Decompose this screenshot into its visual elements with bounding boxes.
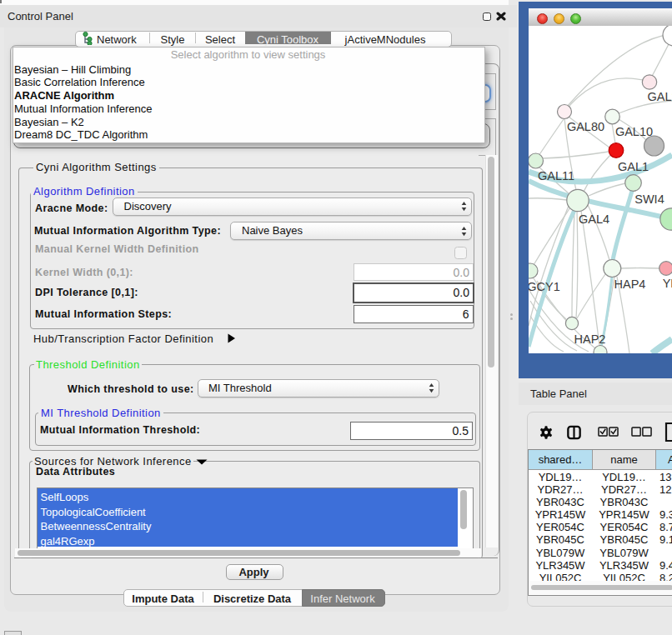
svg-text:GAL80: GAL80 (567, 120, 604, 133)
svg-text:GCY1: GCY1 (529, 280, 560, 293)
svg-text:HAP4: HAP4 (614, 278, 646, 291)
svg-text:GAL1: GAL1 (618, 160, 649, 173)
svg-text:YHR: YHR (663, 277, 672, 290)
svg-text:HAP2: HAP2 (574, 332, 606, 346)
svg-text:GAL10: GAL10 (615, 125, 653, 138)
svg-text:GAL11: GAL11 (538, 169, 574, 182)
svg-text:SWI4: SWI4 (634, 192, 664, 206)
svg-text:GAL2: GAL2 (647, 90, 672, 103)
svg-text:GAL4: GAL4 (579, 212, 609, 226)
